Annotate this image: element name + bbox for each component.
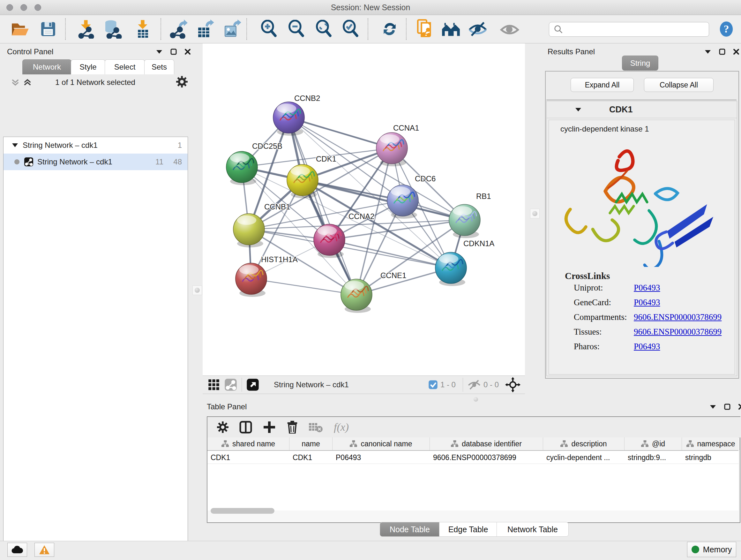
tab-sets[interactable]: Sets xyxy=(144,59,174,74)
network-node[interactable] xyxy=(376,132,408,166)
network-edge[interactable] xyxy=(289,118,392,148)
import-network-file-icon[interactable] xyxy=(76,19,96,39)
apply-layout-icon[interactable] xyxy=(380,19,400,39)
collapse-all-button[interactable]: Collapse All xyxy=(644,78,714,92)
add-column-icon[interactable] xyxy=(263,421,276,434)
network-node[interactable] xyxy=(449,204,480,238)
close-panel-icon[interactable] xyxy=(738,403,741,410)
table-cell[interactable]: stringdb:9... xyxy=(624,451,682,463)
table-cell[interactable]: stringdb xyxy=(682,451,740,463)
clone-network-icon[interactable] xyxy=(415,19,434,39)
delete-table-icon[interactable] xyxy=(309,422,323,433)
zoom-out-icon[interactable] xyxy=(286,19,307,39)
tree-expand-icon[interactable] xyxy=(12,143,18,147)
network-view-canvas[interactable]: CCNB2CCNA1CDC25BCDK1CDC6RB1CCNB1CCNA2CDK… xyxy=(203,44,525,375)
birds-eye-icon[interactable] xyxy=(505,377,521,392)
network-node[interactable] xyxy=(435,252,467,286)
table-header-row[interactable]: shared namenamecanonical namedatabase id… xyxy=(207,437,738,451)
save-session-icon[interactable] xyxy=(38,19,58,39)
import-table-icon[interactable] xyxy=(133,19,152,39)
panel-menu-icon[interactable] xyxy=(710,404,717,409)
zoom-in-icon[interactable] xyxy=(259,19,279,39)
network-edge[interactable] xyxy=(251,279,356,295)
table-cell[interactable]: 9606.ENSP00000378699 xyxy=(430,451,543,463)
tab-string[interactable]: String xyxy=(622,56,658,71)
delete-column-icon[interactable] xyxy=(286,421,298,434)
table-cell[interactable]: cyclin-dependent ... xyxy=(543,451,624,463)
network-node[interactable] xyxy=(341,279,372,313)
float-panel-icon[interactable] xyxy=(719,49,725,55)
search-box[interactable] xyxy=(549,22,709,37)
column-header[interactable]: database identifier xyxy=(430,437,543,450)
panel-menu-icon[interactable] xyxy=(156,49,163,54)
table-settings-gear-icon[interactable] xyxy=(217,422,228,433)
collapse-entry-icon[interactable] xyxy=(575,107,582,112)
selected-checkbox-icon[interactable] xyxy=(428,380,438,389)
column-header[interactable]: @id xyxy=(624,437,682,450)
network-edge[interactable] xyxy=(289,118,465,220)
column-header[interactable]: canonical name xyxy=(333,437,430,450)
grid-view-icon[interactable] xyxy=(208,379,220,391)
detach-view-icon[interactable] xyxy=(246,378,259,391)
right-splitter[interactable] xyxy=(525,44,544,396)
crosslink-value-link[interactable]: P06493 xyxy=(634,298,660,307)
table-cell[interactable]: CDK1 xyxy=(207,451,289,463)
tab-network[interactable]: Network xyxy=(22,59,71,74)
hide-selected-icon[interactable] xyxy=(468,19,488,39)
gear-icon[interactable] xyxy=(176,76,188,89)
import-network-database-icon[interactable] xyxy=(103,19,123,39)
export-network-icon[interactable] xyxy=(169,19,188,39)
panel-menu-icon[interactable] xyxy=(704,49,711,54)
zoom-selected-icon[interactable] xyxy=(341,19,360,39)
search-input[interactable] xyxy=(566,23,709,36)
left-splitter[interactable] xyxy=(191,44,203,533)
network-collection-row[interactable]: String Network – cdk1 1 xyxy=(3,137,188,153)
crosslink-value-link[interactable]: 9606.ENSP00000378699 xyxy=(634,312,722,322)
table-cell[interactable]: CDK1 xyxy=(289,451,333,463)
tab-network-table[interactable]: Network Table xyxy=(496,522,569,537)
network-node[interactable] xyxy=(233,213,265,247)
float-panel-icon[interactable] xyxy=(724,403,731,410)
tab-style[interactable]: Style xyxy=(71,59,105,74)
network-edge[interactable] xyxy=(329,240,451,268)
export-table-icon[interactable] xyxy=(195,19,215,39)
cloud-button[interactable] xyxy=(7,543,27,557)
zoom-fit-icon[interactable] xyxy=(314,19,334,39)
network-node[interactable] xyxy=(235,263,267,297)
network-node[interactable] xyxy=(387,185,418,219)
result-node-header[interactable]: CDK1 xyxy=(547,101,737,118)
crosslink-value-link[interactable]: P06493 xyxy=(634,341,660,351)
crosslink-value-link[interactable]: 9606.ENSP00000378699 xyxy=(634,327,722,336)
help-icon[interactable]: ? xyxy=(719,21,734,37)
first-neighbors-icon[interactable] xyxy=(441,19,461,39)
network-node[interactable] xyxy=(314,224,345,258)
network-row[interactable]: String Network – cdk1 11 48 xyxy=(3,153,188,170)
network-node[interactable] xyxy=(226,151,258,185)
tab-node-table[interactable]: Node Table xyxy=(380,522,440,537)
network-node[interactable] xyxy=(273,102,305,136)
column-header[interactable]: namespace xyxy=(682,437,740,450)
warnings-button[interactable] xyxy=(35,543,54,557)
column-header[interactable]: shared name xyxy=(207,437,289,450)
memory-button[interactable]: Memory xyxy=(687,542,736,557)
show-all-icon[interactable] xyxy=(500,19,520,39)
crosslink-value-link[interactable]: P06493 xyxy=(634,283,660,293)
expand-all-button[interactable]: Expand All xyxy=(570,78,634,92)
close-panel-icon[interactable] xyxy=(185,49,191,55)
column-header[interactable]: description xyxy=(543,437,624,450)
show-columns-icon[interactable] xyxy=(239,421,252,434)
close-panel-icon[interactable] xyxy=(733,49,739,55)
hidden-eye-icon[interactable] xyxy=(468,379,481,390)
table-horizontal-scrollbar[interactable] xyxy=(211,508,274,514)
left-splitter-handle[interactable] xyxy=(192,286,202,295)
network-node[interactable] xyxy=(287,165,318,198)
tab-select[interactable]: Select xyxy=(105,59,145,74)
table-cell[interactable]: P06493 xyxy=(333,451,430,463)
column-header[interactable]: name xyxy=(289,437,333,450)
tab-edge-table[interactable]: Edge Table xyxy=(439,522,497,537)
table-row[interactable]: CDK1CDK1P064939606.ENSP00000378699cyclin… xyxy=(207,451,738,464)
right-splitter-handle[interactable] xyxy=(530,209,540,219)
float-panel-icon[interactable] xyxy=(171,49,177,55)
function-builder-icon[interactable]: f(x) xyxy=(334,421,349,433)
panel-drag-dot[interactable] xyxy=(474,397,478,401)
